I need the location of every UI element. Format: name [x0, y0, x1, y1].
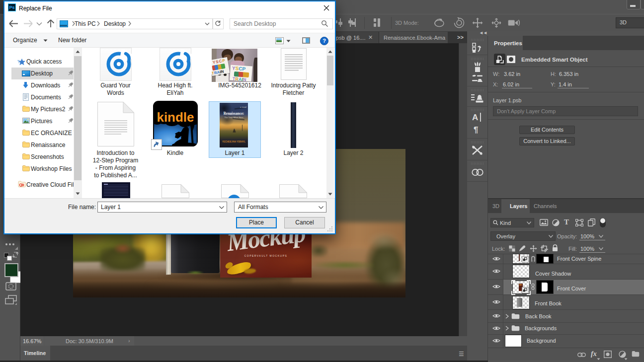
svg-text:kindle: kindle — [157, 110, 194, 125]
svg-text:A: A — [472, 113, 478, 122]
svg-text:¶: ¶ — [474, 125, 478, 135]
